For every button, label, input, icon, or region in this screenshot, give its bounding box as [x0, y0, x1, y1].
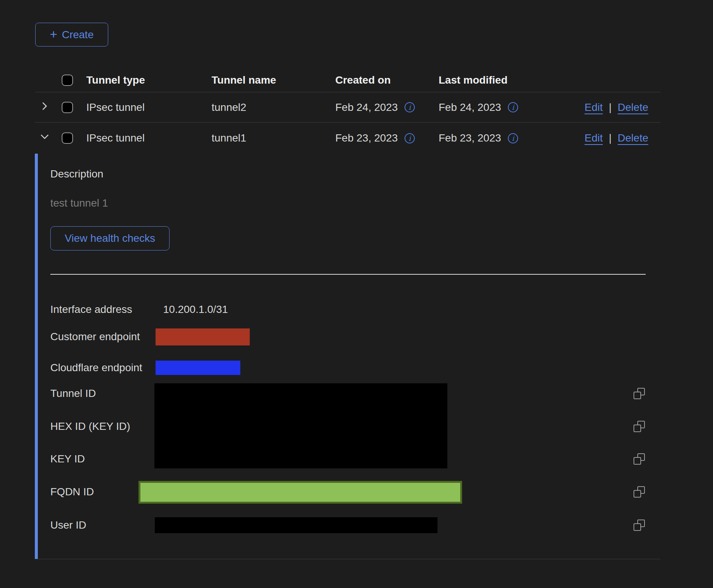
last-modified-value: Feb 24, 2023 [439, 101, 501, 114]
created-on-value: Feb 24, 2023 [335, 101, 398, 114]
interface-address-value: 10.200.1.0/31 [163, 303, 228, 316]
copy-icon[interactable] [634, 520, 645, 531]
table-header-row: Tunnel type Tunnel name Created on Last … [35, 68, 660, 92]
tunnel-id-label: Tunnel ID [50, 387, 96, 400]
edit-link[interactable]: Edit [585, 101, 603, 114]
chevron-down-icon[interactable] [40, 132, 50, 145]
info-icon[interactable]: i [508, 133, 518, 143]
link-separator: | [609, 132, 612, 144]
user-id-label: User ID [50, 519, 86, 531]
select-all-checkbox[interactable] [62, 75, 73, 86]
delete-link[interactable]: Delete [618, 101, 648, 114]
header-created-on: Created on [335, 74, 391, 86]
view-health-checks-button[interactable]: View health checks [50, 226, 170, 250]
tunnels-page: + Create Tunnel type Tunnel name Created… [0, 0, 713, 588]
interface-address-label: Interface address [50, 303, 132, 316]
copy-icon[interactable] [634, 486, 645, 498]
fqdn-id-label: FQDN ID [50, 486, 94, 498]
ids-redacted-block [154, 383, 447, 468]
tunnel-type-value: IPsec tunnel [86, 101, 145, 114]
delete-link[interactable]: Delete [618, 132, 648, 144]
user-id-redacted-value [155, 517, 437, 533]
copy-icon[interactable] [634, 421, 645, 432]
row-checkbox[interactable] [62, 102, 73, 113]
info-icon[interactable]: i [508, 102, 518, 112]
last-modified-value: Feb 23, 2023 [439, 132, 501, 144]
description-value: test tunnel 1 [50, 197, 108, 209]
info-icon[interactable]: i [405, 102, 415, 112]
hex-id-label: HEX ID (KEY ID) [50, 420, 130, 432]
created-on-value: Feb 23, 2023 [335, 132, 398, 144]
create-button[interactable]: + Create [35, 23, 108, 47]
create-button-label: Create [62, 29, 93, 41]
tunnel-type-value: IPsec tunnel [86, 132, 145, 144]
key-id-label: KEY ID [50, 453, 85, 465]
copy-icon[interactable] [634, 388, 645, 399]
plus-icon: + [50, 28, 58, 40]
expanded-row-indicator-bar [35, 154, 38, 559]
fqdn-id-redacted-value [139, 481, 462, 504]
header-tunnel-type: Tunnel type [86, 74, 145, 86]
chevron-right-icon[interactable] [40, 101, 50, 114]
customer-endpoint-label: Customer endpoint [50, 331, 140, 343]
table-row-expanded: IPsec tunnel tunnel1 Feb 23, 2023 i Feb … [35, 123, 660, 154]
customer-endpoint-redacted-value [156, 328, 250, 345]
cloudflare-endpoint-redacted-value [156, 361, 240, 375]
info-icon[interactable]: i [405, 133, 415, 143]
tunnel-name-value: tunnel2 [212, 101, 246, 114]
description-label: Description [50, 168, 103, 180]
header-tunnel-name: Tunnel name [212, 74, 276, 86]
cloudflare-endpoint-label: Cloudflare endpoint [50, 362, 142, 374]
detail-divider [50, 274, 646, 275]
copy-icon[interactable] [634, 453, 645, 465]
view-health-checks-label: View health checks [65, 232, 155, 244]
tunnel-name-value: tunnel1 [212, 132, 246, 144]
link-separator: | [609, 101, 612, 114]
header-last-modified: Last modified [439, 74, 508, 86]
section-bottom-border [35, 559, 660, 559]
table-row: IPsec tunnel tunnel2 Feb 24, 2023 i Feb … [35, 92, 660, 123]
row-checkbox[interactable] [62, 132, 73, 144]
edit-link[interactable]: Edit [585, 132, 603, 144]
